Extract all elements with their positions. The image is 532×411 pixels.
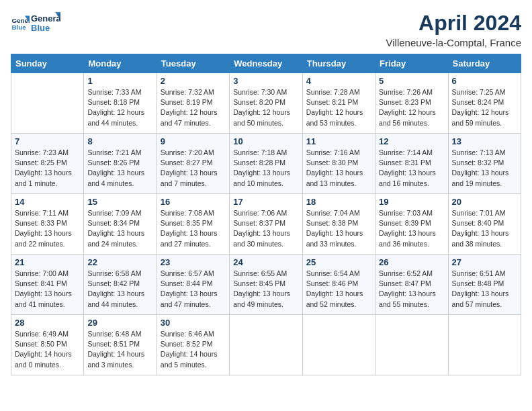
day-number: 26 — [379, 257, 444, 267]
calendar-header-row: SundayMondayTuesdayWednesdayThursdayFrid… — [11, 54, 521, 73]
day-info: Sunrise: 7:04 AM Sunset: 8:38 PM Dayligh… — [306, 208, 371, 249]
day-info: Sunrise: 7:20 AM Sunset: 8:27 PM Dayligh… — [161, 148, 226, 189]
day-number: 16 — [161, 197, 226, 207]
day-info: Sunrise: 6:57 AM Sunset: 8:44 PM Dayligh… — [161, 269, 226, 310]
day-info: Sunrise: 7:03 AM Sunset: 8:39 PM Dayligh… — [379, 208, 444, 249]
day-info: Sunrise: 7:14 AM Sunset: 8:31 PM Dayligh… — [379, 148, 444, 189]
logo-icon: General Blue — [11, 13, 30, 32]
week-row-3: 14Sunrise: 7:11 AM Sunset: 8:33 PM Dayli… — [11, 194, 521, 255]
day-number: 28 — [15, 318, 80, 328]
week-row-1: 1Sunrise: 7:33 AM Sunset: 8:18 PM Daylig… — [11, 73, 521, 134]
day-info: Sunrise: 7:18 AM Sunset: 8:28 PM Dayligh… — [233, 148, 298, 189]
calendar-cell — [230, 315, 302, 375]
day-info: Sunrise: 7:13 AM Sunset: 8:32 PM Dayligh… — [452, 148, 517, 189]
day-number: 2 — [161, 76, 226, 86]
day-info: Sunrise: 6:51 AM Sunset: 8:48 PM Dayligh… — [452, 269, 517, 310]
calendar-cell: 23Sunrise: 6:57 AM Sunset: 8:44 PM Dayli… — [157, 255, 229, 315]
column-header-saturday: Saturday — [448, 54, 521, 73]
calendar-cell: 9Sunrise: 7:20 AM Sunset: 8:27 PM Daylig… — [157, 134, 229, 194]
svg-text:Blue: Blue — [11, 24, 26, 31]
day-number: 22 — [87, 257, 152, 267]
day-info: Sunrise: 7:28 AM Sunset: 8:21 PM Dayligh… — [306, 87, 371, 128]
day-number: 4 — [306, 76, 371, 86]
calendar-cell — [302, 315, 375, 375]
calendar-cell: 4Sunrise: 7:28 AM Sunset: 8:21 PM Daylig… — [302, 73, 375, 134]
calendar-cell: 29Sunrise: 6:48 AM Sunset: 8:51 PM Dayli… — [84, 315, 157, 375]
calendar-cell: 1Sunrise: 7:33 AM Sunset: 8:18 PM Daylig… — [84, 73, 157, 134]
day-info: Sunrise: 7:08 AM Sunset: 8:35 PM Dayligh… — [161, 208, 226, 249]
column-header-tuesday: Tuesday — [157, 54, 229, 73]
calendar-cell: 6Sunrise: 7:25 AM Sunset: 8:24 PM Daylig… — [448, 73, 521, 134]
calendar-cell: 14Sunrise: 7:11 AM Sunset: 8:33 PM Dayli… — [11, 194, 84, 255]
day-number: 24 — [233, 257, 298, 267]
day-number: 15 — [87, 197, 152, 207]
day-number: 7 — [15, 136, 80, 146]
logo: General Blue General Blue — [11, 11, 60, 35]
day-number: 19 — [379, 197, 444, 207]
day-info: Sunrise: 6:46 AM Sunset: 8:52 PM Dayligh… — [161, 329, 226, 370]
calendar-cell: 18Sunrise: 7:04 AM Sunset: 8:38 PM Dayli… — [302, 194, 375, 255]
calendar-cell: 12Sunrise: 7:14 AM Sunset: 8:31 PM Dayli… — [375, 134, 448, 194]
calendar-cell: 28Sunrise: 6:49 AM Sunset: 8:50 PM Dayli… — [11, 315, 84, 375]
column-header-wednesday: Wednesday — [230, 54, 302, 73]
day-info: Sunrise: 7:25 AM Sunset: 8:24 PM Dayligh… — [452, 87, 517, 128]
calendar-cell: 2Sunrise: 7:32 AM Sunset: 8:19 PM Daylig… — [157, 73, 229, 134]
calendar-cell: 16Sunrise: 7:08 AM Sunset: 8:35 PM Dayli… — [157, 194, 229, 255]
title-block: April 2024 Villeneuve-la-Comptal, France — [386, 11, 521, 48]
calendar-cell: 30Sunrise: 6:46 AM Sunset: 8:52 PM Dayli… — [157, 315, 229, 375]
day-info: Sunrise: 7:11 AM Sunset: 8:33 PM Dayligh… — [15, 208, 80, 249]
calendar-cell — [11, 73, 84, 134]
day-number: 5 — [379, 76, 444, 86]
day-number: 8 — [87, 136, 152, 146]
week-row-4: 21Sunrise: 7:00 AM Sunset: 8:41 PM Dayli… — [11, 255, 521, 315]
week-row-2: 7Sunrise: 7:23 AM Sunset: 8:25 PM Daylig… — [11, 134, 521, 194]
column-header-monday: Monday — [84, 54, 157, 73]
page-header: General Blue General Blue April 2024 Vil… — [11, 11, 521, 48]
day-info: Sunrise: 7:16 AM Sunset: 8:30 PM Dayligh… — [306, 148, 371, 189]
day-number: 12 — [379, 136, 444, 146]
calendar-cell: 15Sunrise: 7:09 AM Sunset: 8:34 PM Dayli… — [84, 194, 157, 255]
week-row-5: 28Sunrise: 6:49 AM Sunset: 8:50 PM Dayli… — [11, 315, 521, 375]
calendar-table: SundayMondayTuesdayWednesdayThursdayFrid… — [11, 54, 521, 375]
day-number: 21 — [15, 257, 80, 267]
calendar-cell: 26Sunrise: 6:52 AM Sunset: 8:47 PM Dayli… — [375, 255, 448, 315]
day-info: Sunrise: 6:48 AM Sunset: 8:51 PM Dayligh… — [87, 329, 152, 370]
day-info: Sunrise: 6:55 AM Sunset: 8:45 PM Dayligh… — [233, 269, 298, 310]
day-info: Sunrise: 7:21 AM Sunset: 8:26 PM Dayligh… — [87, 148, 152, 189]
calendar-cell: 17Sunrise: 7:06 AM Sunset: 8:37 PM Dayli… — [230, 194, 302, 255]
calendar-cell: 3Sunrise: 7:30 AM Sunset: 8:20 PM Daylig… — [230, 73, 302, 134]
calendar-cell: 24Sunrise: 6:55 AM Sunset: 8:45 PM Dayli… — [230, 255, 302, 315]
calendar-cell: 10Sunrise: 7:18 AM Sunset: 8:28 PM Dayli… — [230, 134, 302, 194]
day-info: Sunrise: 7:01 AM Sunset: 8:40 PM Dayligh… — [452, 208, 517, 249]
svg-text:General: General — [31, 13, 60, 24]
day-number: 6 — [452, 76, 517, 86]
day-info: Sunrise: 7:33 AM Sunset: 8:18 PM Dayligh… — [87, 87, 152, 128]
svg-text:Blue: Blue — [31, 23, 50, 33]
day-info: Sunrise: 6:52 AM Sunset: 8:47 PM Dayligh… — [379, 269, 444, 310]
column-header-thursday: Thursday — [302, 54, 375, 73]
day-number: 1 — [87, 76, 152, 86]
calendar-cell: 5Sunrise: 7:26 AM Sunset: 8:23 PM Daylig… — [375, 73, 448, 134]
logo-bird-icon: General Blue — [31, 11, 60, 35]
calendar-cell: 7Sunrise: 7:23 AM Sunset: 8:25 PM Daylig… — [11, 134, 84, 194]
day-info: Sunrise: 6:54 AM Sunset: 8:46 PM Dayligh… — [306, 269, 371, 310]
calendar-cell: 22Sunrise: 6:58 AM Sunset: 8:42 PM Dayli… — [84, 255, 157, 315]
day-number: 3 — [233, 76, 298, 86]
calendar-cell: 13Sunrise: 7:13 AM Sunset: 8:32 PM Dayli… — [448, 134, 521, 194]
day-number: 29 — [87, 318, 152, 328]
calendar-cell: 11Sunrise: 7:16 AM Sunset: 8:30 PM Dayli… — [302, 134, 375, 194]
calendar-cell: 8Sunrise: 7:21 AM Sunset: 8:26 PM Daylig… — [84, 134, 157, 194]
day-number: 18 — [306, 197, 371, 207]
day-info: Sunrise: 7:09 AM Sunset: 8:34 PM Dayligh… — [87, 208, 152, 249]
calendar-cell — [375, 315, 448, 375]
day-number: 13 — [452, 136, 517, 146]
day-info: Sunrise: 7:00 AM Sunset: 8:41 PM Dayligh… — [15, 269, 80, 310]
day-number: 14 — [15, 197, 80, 207]
column-header-friday: Friday — [375, 54, 448, 73]
day-number: 10 — [233, 136, 298, 146]
day-number: 11 — [306, 136, 371, 146]
day-info: Sunrise: 7:32 AM Sunset: 8:19 PM Dayligh… — [161, 87, 226, 128]
day-info: Sunrise: 6:58 AM Sunset: 8:42 PM Dayligh… — [87, 269, 152, 310]
day-number: 20 — [452, 197, 517, 207]
calendar-cell: 27Sunrise: 6:51 AM Sunset: 8:48 PM Dayli… — [448, 255, 521, 315]
